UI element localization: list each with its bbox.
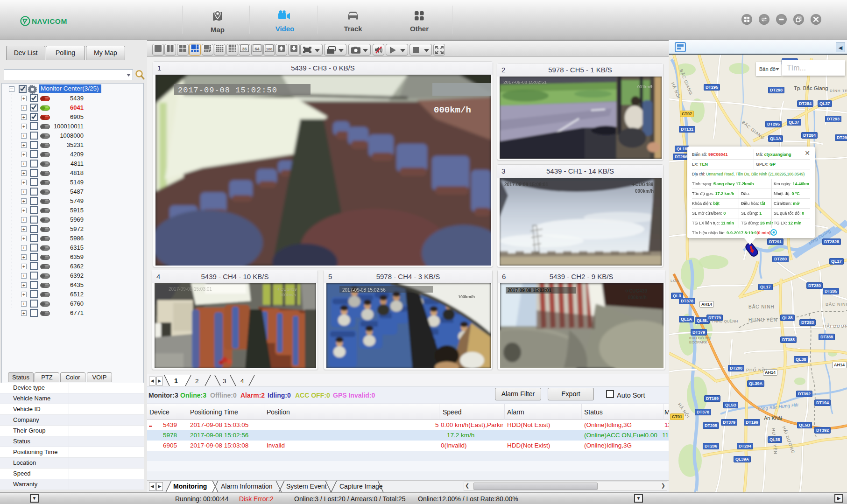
svg-text:1: 1 (174, 377, 178, 385)
svg-text:3: 3 (223, 378, 226, 385)
svg-text:000km/h: 000km/h (280, 293, 296, 297)
svg-text:000km/h: 000km/h (434, 105, 471, 115)
svg-text:✈CUG439: ✈CUG439 (625, 288, 648, 294)
svg-text:2017-09-08 15:02:50: 2017-09-08 15:02:50 (178, 86, 277, 95)
svg-text:NΛVICOM: NΛVICOM (32, 17, 67, 25)
svg-text:2017-09-08 15:02:56: 2017-09-08 15:02:56 (342, 287, 386, 293)
svg-text:2017-09-08 15:02:51: 2017-09-08 15:02:51 (503, 79, 547, 84)
svg-text:✈CUG489: ✈CUG489 (631, 182, 654, 187)
svg-text:100: 100 (266, 47, 273, 51)
svg-text:000km/h: 000km/h (635, 189, 654, 194)
svg-text:2017-09-08 15:03:01: 2017-09-08 15:03:01 (508, 288, 551, 293)
svg-text:2017-09-08 15:08:01: 2017-09-08 15:08:01 (504, 182, 548, 187)
svg-text:103km/h: 103km/h (458, 294, 475, 299)
svg-text:2017-09-08 15:03:01: 2017-09-08 15:03:01 (169, 287, 212, 292)
svg-text:001km/h: 001km/h (637, 85, 654, 90)
svg-text:2: 2 (195, 378, 199, 385)
svg-text:64: 64 (254, 47, 259, 51)
svg-text:36: 36 (242, 47, 247, 51)
svg-text:✈CUG439: ✈CUG439 (277, 287, 297, 292)
svg-text:000km/h: 000km/h (628, 295, 647, 300)
svg-text:4: 4 (240, 378, 244, 385)
